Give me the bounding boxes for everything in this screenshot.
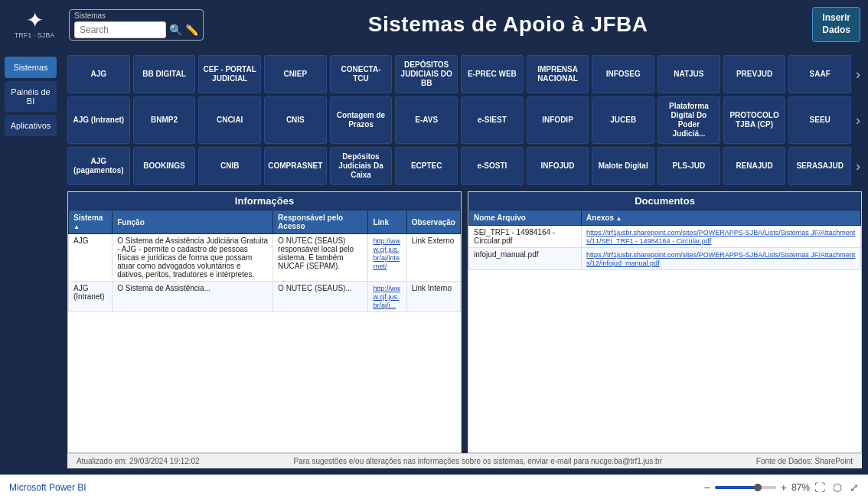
system-pls-jud[interactable]: PLS-JUD [658, 147, 720, 185]
search-icon-button[interactable]: 🔍 [169, 24, 182, 36]
system-infodip[interactable]: INFODIP [527, 96, 589, 144]
col-link[interactable]: Link [368, 210, 406, 234]
col-responsavel[interactable]: Responsável pelo Acesso [273, 210, 368, 234]
system-contagem-prazos[interactable]: Contagem de Prazos [330, 96, 393, 144]
search-label: Sistemas [74, 11, 198, 20]
system-cnciai[interactable]: CNCIAI [198, 96, 261, 144]
system-depositos-bb[interactable]: DEPÓSITOS JUDICIAIS DO BB [395, 55, 458, 93]
system-eavs[interactable]: E-AVS [395, 96, 458, 144]
search-inner: 🔍 ✏️ [74, 21, 198, 38]
systems-grid: AJG BB DIGITAL CEF - PORTAL JUDICIAL CNI… [67, 55, 862, 185]
next-arrow-1[interactable]: › [854, 55, 862, 93]
sidebar-item-aplicativos[interactable]: Aplicativos [5, 115, 57, 136]
next-arrow-2[interactable]: › [854, 96, 862, 144]
zoom-plus-button[interactable]: + [781, 481, 787, 494]
cell-nome-arquivo: infojud_manual.pdf [469, 248, 582, 270]
col-observacao[interactable]: Observação [406, 210, 460, 234]
main-panel: AJG BB DIGITAL CEF - PORTAL JUDICIAL CNI… [61, 49, 868, 475]
expand-icon-button[interactable]: ⤢ [850, 481, 859, 494]
system-bnmp2[interactable]: BNMP2 [133, 96, 196, 144]
system-infojud[interactable]: INFOJUD [527, 147, 589, 185]
system-conecta-tcu[interactable]: CONECTA-TCU [330, 55, 393, 93]
system-protocolo-tjba[interactable]: PROTOCOLO TJBA (CP) [723, 96, 786, 144]
next-arrow-3[interactable]: › [854, 147, 862, 185]
footer-center: Para sugestões e/ou alterações nas infor… [200, 457, 756, 465]
system-natjus[interactable]: NATJUS [658, 55, 720, 93]
info-link-2[interactable]: http://www.cjf.jus.br/aj/i... [373, 285, 400, 309]
zoom-level: 87% [791, 482, 810, 493]
system-depositos-caixa[interactable]: Depósitos Judiciais Da Caixa [330, 147, 393, 185]
logo-text: TRF1 · SJBA [15, 31, 55, 39]
cell-funcao: O Sistema de Assistência Judiciária Grat… [113, 234, 273, 282]
search-input[interactable] [74, 21, 166, 38]
zoom-thumb [754, 484, 762, 491]
sidebar: Sistemas Painéis de BI Aplicativos [0, 49, 61, 475]
system-infoseg[interactable]: INFOSEG [592, 55, 654, 93]
doc-link-2[interactable]: https://trf1jusbr.sharepoint.com/sites/P… [586, 251, 855, 267]
system-malote-digital[interactable]: Malote Digital [592, 147, 654, 185]
system-renajud[interactable]: RENAJUD [723, 147, 786, 185]
zoom-slider[interactable] [715, 486, 776, 489]
system-ecptec[interactable]: ECPTEC [395, 147, 458, 185]
fullscreen-icon-button[interactable]: ⛶ [814, 481, 825, 494]
cell-observacao: Link Interno [406, 282, 460, 312]
docs-table: Nome Arquivo Anexos SEI_TRF1 - 14984164 … [468, 210, 861, 270]
system-prevjud[interactable]: PREVJUD [723, 55, 786, 93]
system-ajg[interactable]: AJG [67, 55, 130, 93]
doc-link-1[interactable]: https://trf1jusbr.sharepoint.com/sites/P… [586, 229, 855, 245]
system-esosti[interactable]: e-SOSTI [461, 147, 524, 185]
info-table: Sistema Função Responsável pelo Acesso L… [68, 210, 461, 312]
cell-link: http://www.cjf.jus.br/aj/i... [368, 282, 406, 312]
cell-sistema: AJG (Intranet) [69, 282, 113, 312]
sidebar-item-paineis[interactable]: Painéis de BI [5, 81, 57, 112]
bottom-icons: ⛶ ⬡ ⤢ [814, 481, 859, 494]
system-serasajud[interactable]: SERASAJUD [788, 147, 851, 185]
share-icon-button[interactable]: ⬡ [833, 481, 842, 494]
system-juceb[interactable]: JUCEB [592, 96, 654, 144]
table-row: infojud_manual.pdf https://trf1jusbr.sha… [469, 248, 861, 270]
system-eprec-web[interactable]: E-PREC WEB [461, 55, 524, 93]
system-ajg-pagamentos[interactable]: AJG (pagamentos) [67, 147, 130, 185]
logo-area: ✦ TRF1 · SJBA [8, 10, 61, 39]
edit-icon-button[interactable]: ✏️ [185, 24, 198, 36]
system-plataforma-digital[interactable]: Plataforma Digital Do Poder Judiciá... [658, 96, 720, 144]
cell-nome-arquivo: SEI_TRF1 - 14984164 - Circular.pdf [469, 226, 582, 248]
system-cnib[interactable]: CNIB [198, 147, 261, 185]
cell-anexo-link: https://trf1jusbr.sharepoint.com/sites/P… [582, 226, 861, 248]
info-link[interactable]: http://www.cjf.jus.br/aj/internet/ [373, 237, 400, 270]
info-docs-section: Informações Sistema Função Responsável p… [67, 191, 862, 453]
table-row: SEI_TRF1 - 14984164 - Circular.pdf https… [469, 226, 861, 248]
col-nome-arquivo[interactable]: Nome Arquivo [469, 210, 582, 226]
system-cef-portal[interactable]: CEF - PORTAL JUDICIAL [198, 55, 261, 93]
col-anexos[interactable]: Anexos [582, 210, 861, 226]
system-comprasnet[interactable]: COMPRASNET [264, 147, 327, 185]
docs-table-container[interactable]: Nome Arquivo Anexos SEI_TRF1 - 14984164 … [468, 210, 861, 452]
footer-left: Atualizado em: 29/03/2024 19:12:02 [77, 457, 200, 465]
system-seeu[interactable]: SEEU [788, 96, 851, 144]
system-cniep[interactable]: CNIEP [264, 55, 327, 93]
sidebar-item-sistemas[interactable]: Sistemas [5, 57, 57, 78]
col-sistema[interactable]: Sistema [69, 210, 113, 234]
system-cnis[interactable]: CNIS [264, 96, 327, 144]
system-imprensa-nacional[interactable]: IMPRENSA NACIONAL [527, 55, 589, 93]
insert-dados-button[interactable]: InserirDados [812, 7, 860, 41]
power-bi-link[interactable]: Microsoft Power BI [9, 482, 86, 493]
logo-icon: ✦ [26, 10, 44, 31]
col-funcao[interactable]: Função [113, 210, 273, 234]
cell-link: http://www.cjf.jus.br/aj/internet/ [368, 234, 406, 282]
zoom-minus-button[interactable]: − [704, 481, 710, 494]
info-table-container[interactable]: Sistema Função Responsável pelo Acesso L… [68, 210, 461, 452]
zoom-controls: − + 87% ⛶ ⬡ ⤢ [704, 481, 859, 494]
page-title: Sistemas de Apoio à JFBA [204, 12, 812, 37]
content-area: Sistemas Painéis de BI Aplicativos AJG B… [0, 49, 868, 475]
cell-observacao: Link Externo [406, 234, 460, 282]
system-esiest[interactable]: e-SIEST [461, 96, 524, 144]
info-panel-title: Informações [68, 192, 461, 210]
search-box-area: Sistemas 🔍 ✏️ [69, 9, 204, 41]
system-bb-digital[interactable]: BB DIGITAL [133, 55, 196, 93]
system-bookings[interactable]: BOOKINGS [133, 147, 196, 185]
system-saaf[interactable]: SAAF [788, 55, 851, 93]
systems-row-1: AJG BB DIGITAL CEF - PORTAL JUDICIAL CNI… [67, 55, 862, 93]
very-bottom-bar: Microsoft Power BI − + 87% ⛶ ⬡ ⤢ [0, 475, 868, 499]
system-ajg-intranet[interactable]: AJG (Intranet) [67, 96, 130, 144]
